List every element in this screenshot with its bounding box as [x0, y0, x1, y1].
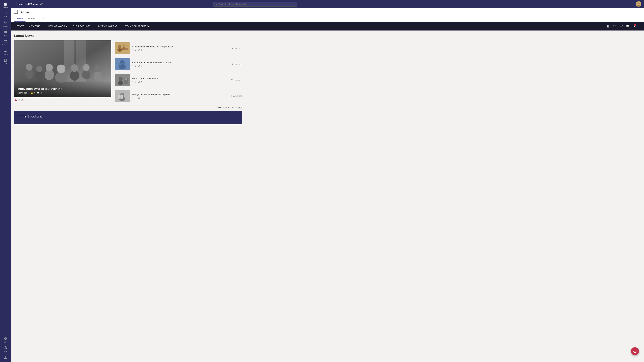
- featured-article[interactable]: Innovation awards to Adventrix 2 days ag…: [14, 40, 111, 101]
- nav-item-start[interactable]: START: [14, 22, 26, 30]
- omnia-header-top: Omnia: [14, 10, 641, 14]
- nav-item-my-employment[interactable]: MY EMPLOYMENT ▼: [96, 22, 122, 30]
- svg-point-36: [35, 71, 44, 80]
- call-icon: [4, 49, 7, 53]
- likes-stat-1: 0: [138, 49, 142, 51]
- nav-item-about-us[interactable]: ABOUT US ▼: [26, 22, 45, 30]
- likes-stat-4: 1: [138, 96, 142, 99]
- notification-button[interactable]: 1: [631, 23, 636, 29]
- svg-rect-15: [14, 4, 16, 5]
- svg-point-37: [36, 66, 42, 72]
- tab-manual[interactable]: Manual: [26, 16, 38, 22]
- svg-point-51: [122, 44, 125, 47]
- search-button[interactable]: [612, 23, 618, 29]
- sidebar-item-install[interactable]: [0, 354, 11, 361]
- news-title-4: New guidelines for flexible working hour…: [132, 93, 228, 96]
- sidebar-item-chatt[interactable]: Chatt: [0, 10, 11, 19]
- sidebar-item-label-hjalp: Hjälp: [4, 351, 7, 352]
- sidebar-item-team[interactable]: Team: [0, 29, 11, 38]
- news-list: Great market awareness for new products …: [115, 40, 242, 111]
- carousel-dot-2[interactable]: [18, 99, 20, 101]
- svg-point-26: [626, 25, 628, 26]
- link-button[interactable]: [618, 23, 624, 29]
- nav-item-team-collaboration[interactable]: TEAM COLLABORATION: [122, 22, 153, 30]
- svg-point-44: [82, 70, 90, 79]
- featured-comments: 0: [41, 92, 42, 94]
- svg-point-28: [639, 25, 639, 25]
- more-icon: ···: [4, 329, 6, 333]
- sidebar-item-more[interactable]: ···: [0, 328, 11, 335]
- news-title-3: What's around the corner?: [132, 77, 229, 80]
- news-item[interactable]: Great market awareness for new products …: [115, 40, 242, 56]
- tab-home[interactable]: Home: [14, 16, 26, 22]
- news-item[interactable]: What's around the corner? 2 4: [115, 72, 242, 88]
- news-title-2: Better reports drive wise decision-makin…: [132, 61, 230, 64]
- svg-point-29: [639, 26, 639, 26]
- svg-rect-10: [16, 2, 16, 3]
- help-icon: [4, 346, 7, 350]
- news-item[interactable]: Better reports drive wise decision-makin…: [115, 56, 242, 72]
- featured-image: Innovation awards to Adventrix 2 days ag…: [14, 40, 111, 97]
- news-info-1: Great market awareness for new products …: [132, 45, 230, 51]
- files-icon: [4, 58, 7, 62]
- comments-stat-4: 0: [132, 96, 136, 99]
- svg-rect-12: [14, 3, 16, 4]
- comments-stat-3: 2: [132, 81, 136, 83]
- search-input[interactable]: [219, 3, 295, 5]
- news-thumb-1: [115, 42, 130, 54]
- svg-point-42: [70, 70, 79, 81]
- news-thumb-3: [115, 74, 130, 86]
- grid-icon[interactable]: [14, 2, 16, 6]
- content-wrapper: Omnia Home Manual Om START ABOUT US ▼ HO…: [11, 8, 644, 362]
- tab-om[interactable]: Om: [38, 16, 47, 22]
- nav-item-our-products[interactable]: OUR PRODUCTS ▼: [70, 22, 96, 30]
- nav-item-how-we-work[interactable]: HOW WE WORK ▼: [46, 22, 70, 30]
- news-time-2: 6 days ago: [232, 63, 242, 65]
- more-options-button[interactable]: [637, 23, 641, 29]
- sidebar-item-samtal[interactable]: Samtal: [0, 48, 11, 56]
- news-thumb-2: [115, 58, 130, 70]
- notification-badge: 1: [634, 24, 636, 26]
- omnia-tabs: Home Manual Om: [14, 16, 641, 22]
- sidebar-item-appar[interactable]: Appar: [0, 335, 11, 344]
- svg-point-53: [126, 45, 128, 47]
- sidebar-item-filer[interactable]: Filer: [0, 57, 11, 66]
- svg-rect-9: [14, 2, 16, 3]
- news-info-3: What's around the corner? 2 4: [132, 77, 229, 83]
- carousel-dot-1[interactable]: [15, 99, 17, 101]
- people-button[interactable]: [624, 23, 630, 29]
- edit-icon[interactable]: [40, 2, 43, 6]
- svg-rect-24: [16, 12, 18, 13]
- topbar: Microsoft Teams: [11, 0, 644, 8]
- activity-icon: [4, 21, 7, 25]
- sidebar-item-hjalp[interactable]: Hjälp: [0, 345, 11, 354]
- sidebar-item-label-omnia: Omnia: [3, 6, 8, 8]
- carousel-dot-3[interactable]: [22, 99, 24, 101]
- svg-rect-8: [14, 2, 14, 3]
- spotlight-title: In the Spotlight: [18, 114, 239, 118]
- news-container: Innovation awards to Adventrix 2 days ag…: [14, 40, 242, 111]
- sidebar-item-label-appar: Appar: [3, 341, 8, 343]
- more-news-link[interactable]: MORE NEWS ARTICLES: [218, 107, 242, 109]
- sidebar-item-aktivitet[interactable]: Aktivitet: [0, 19, 11, 28]
- svg-point-54: [125, 48, 128, 50]
- sidebar: ⊞ Omnia Chatt Aktivitet Team: [0, 0, 11, 362]
- chevron-down-icon: ▼: [41, 25, 43, 27]
- fab-button[interactable]: [631, 347, 639, 355]
- sidebar-item-kalender[interactable]: Kalender: [0, 38, 11, 47]
- chat-icon: [4, 11, 7, 15]
- svg-point-35: [26, 64, 32, 70]
- sidebar-item-label-chatt: Chatt: [4, 16, 7, 17]
- avatar[interactable]: [636, 1, 641, 7]
- document-button[interactable]: [606, 23, 611, 29]
- search-bar[interactable]: [213, 2, 297, 6]
- svg-rect-22: [16, 10, 18, 12]
- sidebar-item-omnia[interactable]: ⊞ Omnia: [0, 1, 11, 9]
- sidebar-item-label-kalender: Kalender: [2, 44, 8, 46]
- svg-point-1: [6, 31, 6, 32]
- news-item[interactable]: New guidelines for flexible working hour…: [115, 88, 242, 104]
- thumb-up-icon: 👍: [30, 92, 33, 94]
- svg-rect-23: [14, 12, 16, 13]
- sidebar-item-label-team: Team: [4, 35, 7, 36]
- svg-rect-3: [4, 337, 5, 338]
